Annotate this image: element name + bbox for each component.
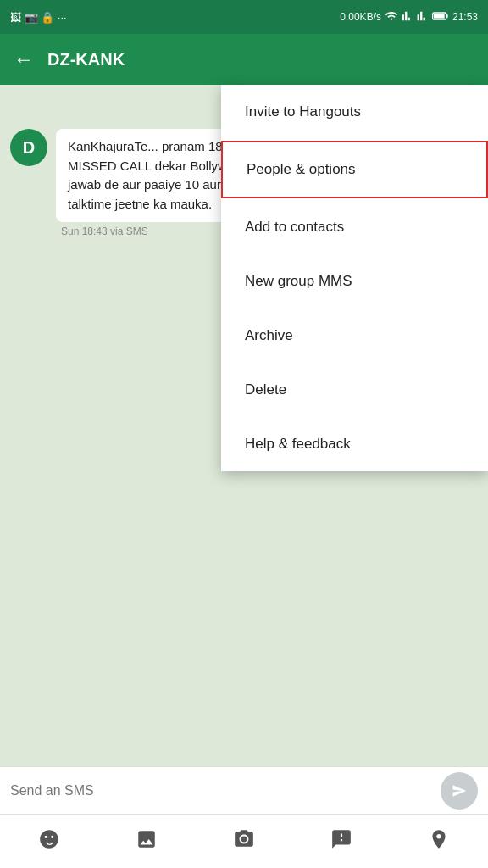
menu-item-people[interactable]: People & options [221, 141, 488, 198]
menu-item-invite[interactable]: Invite to Hangouts [221, 85, 488, 139]
signal-icon [402, 9, 413, 25]
battery-icon [432, 10, 449, 25]
menu-item-add-contacts[interactable]: Add to contacts [221, 200, 488, 254]
menu-item-delete[interactable]: Delete [221, 363, 488, 417]
menu-item-new-group[interactable]: New group MMS [221, 254, 488, 309]
dropdown-overlay[interactable]: Invite to HangoutsPeople & optionsAdd to… [0, 34, 488, 868]
menu-item-help[interactable]: Help & feedback [221, 417, 488, 471]
signal2-icon [417, 9, 429, 25]
wifi-icon [385, 9, 398, 25]
status-left: 🖼 📷 🔒 ··· [10, 11, 67, 24]
dropdown-menu: Invite to HangoutsPeople & optionsAdd to… [221, 85, 488, 471]
status-right: 0.00KB/s 21:53 [340, 9, 478, 25]
time-display: 21:53 [452, 11, 478, 23]
svg-rect-2 [434, 14, 445, 18]
notification-icons: 🖼 📷 🔒 ··· [10, 11, 67, 24]
status-bar: 🖼 📷 🔒 ··· 0.00KB/s 21:53 [0, 0, 488, 34]
network-speed: 0.00KB/s [340, 11, 381, 23]
svg-rect-1 [446, 14, 448, 18]
menu-item-archive[interactable]: Archive [221, 309, 488, 363]
